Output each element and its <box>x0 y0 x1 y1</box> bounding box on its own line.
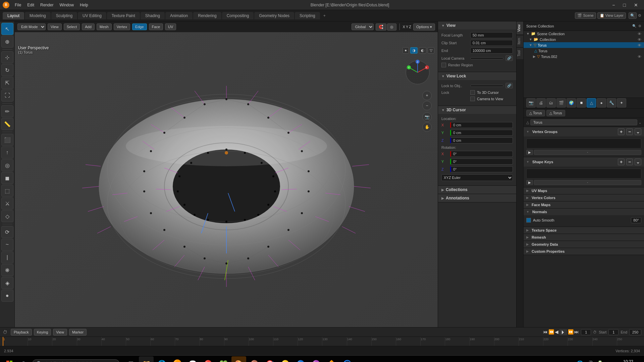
play-reverse-button[interactable]: ◀ <box>555 329 558 335</box>
mesh-menu[interactable]: Mesh <box>97 23 112 30</box>
annotate-tool-button[interactable]: ✏ <box>1 105 13 117</box>
cursor-rx-value[interactable]: 0° <box>450 151 513 157</box>
cursor-tool-button[interactable]: ⊕ <box>1 36 13 48</box>
camera-button[interactable]: 📷 <box>422 112 432 122</box>
camera-to-view-checkbox[interactable] <box>470 97 475 101</box>
n-tab-view[interactable]: View <box>517 21 523 35</box>
data-browse-button[interactable]: ⌄ <box>639 121 641 124</box>
timeline-type-icon[interactable]: ⏱ <box>3 329 7 335</box>
clock-calendar[interactable]: 10:22 2021/10/10 <box>612 359 636 362</box>
local-camera-button[interactable]: 🔗 <box>505 55 513 61</box>
outliner-torus002[interactable]: ▶ ▽ Torus.002 👁 <box>524 54 644 59</box>
tab-shading[interactable]: Shading <box>141 12 165 19</box>
menu-file[interactable]: File <box>12 2 24 8</box>
extrude-button[interactable]: ↑ <box>1 146 13 159</box>
add-shape-key-button[interactable]: + <box>618 159 625 165</box>
tab-layout[interactable]: Layout <box>3 12 24 19</box>
custom-properties-header[interactable]: ▶ Custom Properties <box>524 248 644 255</box>
tab-compositing[interactable]: Compositing <box>222 12 254 19</box>
view-lock-header[interactable]: ▼ View Lock <box>438 72 516 80</box>
view-layer-selector[interactable]: 📋 View Layer <box>597 12 626 19</box>
axis-y-toggle[interactable]: Y <box>406 25 408 29</box>
normals-header[interactable]: ▼ Normals <box>524 208 644 215</box>
taskbar-files[interactable]: 📁 <box>139 356 154 362</box>
outliner-collection[interactable]: ▼ 📂 Collection 👁 <box>524 37 644 42</box>
cursor-z-value[interactable]: 0 cm <box>450 137 513 143</box>
scene-selector[interactable]: 🎬 Scene <box>575 12 596 19</box>
add-vertex-group-button[interactable]: + <box>618 128 625 135</box>
options-button[interactable]: Options ▾ <box>413 23 435 31</box>
annotations-header[interactable]: ▶ Annotations <box>438 194 516 202</box>
mesh-props-button[interactable]: △ <box>587 98 596 108</box>
view-layer-props-button[interactable]: 🗂 <box>546 98 556 108</box>
lock-obj-value[interactable] <box>470 85 503 87</box>
taskbar-blender[interactable]: 🎨 <box>231 356 246 362</box>
world-props-button[interactable]: 🌍 <box>567 98 576 108</box>
keying-menu[interactable]: Keying <box>34 329 51 336</box>
vg-expand-button[interactable]: ▶ <box>526 150 533 155</box>
prev-frame-button[interactable]: ⏪ <box>548 329 554 335</box>
jump-end-button[interactable]: ⏭ <box>574 329 579 335</box>
menu-edit[interactable]: Edit <box>24 2 37 8</box>
current-frame-display[interactable]: 1 <box>581 329 591 335</box>
material-props-button[interactable]: ● <box>597 98 606 108</box>
geometry-data-header[interactable]: ▶ Geometry Data <box>524 241 644 248</box>
bevel-button[interactable]: ◼ <box>1 172 13 184</box>
viewport-overlay-toggle[interactable]: ▽ <box>428 47 434 54</box>
axis-x-toggle[interactable]: X <box>403 25 405 29</box>
collections-header[interactable]: ▶ Collections <box>438 186 516 194</box>
torus-eye-icon[interactable]: 👁 <box>638 43 641 47</box>
cursor-x-value[interactable]: 0 cm <box>450 122 513 128</box>
auto-smooth-angle[interactable]: 80° <box>631 217 641 223</box>
local-camera-value[interactable] <box>470 57 503 59</box>
battery-icon[interactable]: 🔋 <box>596 360 604 362</box>
network-icon[interactable]: 🌐 <box>576 360 584 362</box>
transform-orientation[interactable]: Global <box>352 23 374 30</box>
view-panel-header[interactable]: ▼ View <box>438 21 516 29</box>
rotate-tool-button[interactable]: ↻ <box>1 64 13 76</box>
sk-expand-button[interactable]: ▶ <box>526 180 533 185</box>
cursor-y-value[interactable]: 0 cm <box>450 130 513 136</box>
vertex-menu[interactable]: Vertex <box>114 23 130 30</box>
end-frame-input[interactable]: 250 <box>629 329 641 335</box>
select-tool-button[interactable]: ↖ <box>1 23 13 35</box>
taskbar-task-view[interactable]: ⊞ <box>123 356 138 362</box>
render-props-button[interactable]: 📷 <box>526 98 536 108</box>
knife-button[interactable]: ⚔ <box>1 197 13 209</box>
sk-dot-button[interactable]: · <box>534 180 641 185</box>
view-menu[interactable]: View <box>53 329 67 336</box>
next-frame-button[interactable]: ⏩ <box>568 329 574 335</box>
taskbar-app7[interactable]: 💚 <box>216 356 231 362</box>
viewport-shading-solid[interactable]: ● <box>402 47 409 54</box>
taskbar-app14[interactable]: 🔶 <box>324 356 339 362</box>
zoom-out-button[interactable]: − <box>422 101 432 110</box>
mode-selector[interactable]: Edit Mode <box>17 23 46 30</box>
menu-window[interactable]: Window <box>57 2 76 8</box>
outliner-torus-item[interactable]: ▼ ▽ Torus 👁 <box>524 42 644 48</box>
vg-options-button[interactable]: ⌄ <box>635 128 641 135</box>
outliner-scene-collection[interactable]: ▼ 📁 Scene Collection 👁 <box>524 31 644 37</box>
start-frame-input[interactable]: 1 <box>608 329 619 335</box>
close-button[interactable]: ✕ <box>631 2 641 8</box>
play-button[interactable]: ⏵ <box>559 329 567 335</box>
shear-button[interactable]: ◈ <box>1 277 13 289</box>
uv-maps-header[interactable]: ▶ UV Maps <box>524 187 644 194</box>
scale-tool-button[interactable]: ⇱ <box>1 77 13 89</box>
vertex-groups-header[interactable]: ▼ Vertex Groups + − ⌄ <box>524 127 644 136</box>
show-desktop-button[interactable] <box>639 357 641 362</box>
remove-vertex-group-button[interactable]: − <box>626 128 633 135</box>
clip-end-value[interactable]: 100000 cm <box>470 48 513 54</box>
marker-menu[interactable]: Marker <box>69 329 87 336</box>
view-menu[interactable]: View <box>48 23 62 30</box>
search-taskbar-button[interactable]: 🔍 <box>17 357 31 362</box>
object-props-button[interactable]: ◽ <box>577 98 586 108</box>
select-menu[interactable]: Select <box>64 23 80 30</box>
3d-viewport[interactable]: User Perspective (1) Torus <box>15 32 438 327</box>
axis-z-toggle[interactable]: Z <box>409 25 411 29</box>
remove-shape-key-button[interactable]: − <box>626 159 633 165</box>
tab-rendering[interactable]: Rendering <box>193 12 221 19</box>
pan-button[interactable]: ✋ <box>422 122 432 132</box>
add-workspace-button[interactable]: + <box>321 12 328 19</box>
viewport-shading-rendered[interactable]: ◐ <box>419 47 426 54</box>
to-3d-cursor-checkbox[interactable] <box>470 90 475 95</box>
